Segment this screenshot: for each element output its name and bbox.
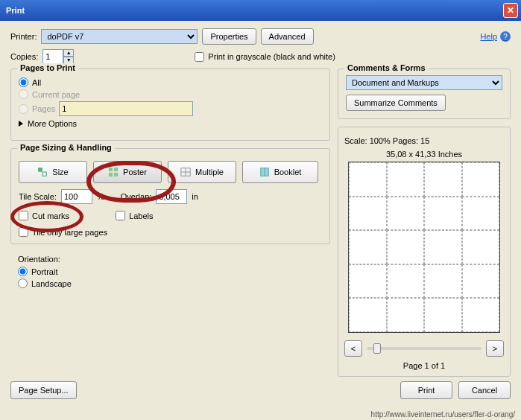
comments-forms-group: Comments & Forms Document and Markups Su… [338, 69, 511, 119]
summarize-button[interactable]: Summarize Comments [346, 95, 446, 111]
radio-pages: Pages [19, 101, 322, 116]
orientation-group: Orientation: Portrait Landscape [10, 252, 330, 293]
tile-large-check[interactable]: Tile only large pages [19, 227, 322, 237]
close-button[interactable]: ✕ [503, 3, 518, 18]
dimensions-text: 35,08 x 41,33 Inches [344, 150, 504, 159]
svg-rect-2 [109, 168, 113, 171]
unit-label: in [192, 192, 198, 201]
properties-button[interactable]: Properties [202, 28, 256, 45]
cf-select[interactable]: Document and Markups [346, 75, 502, 90]
prev-page-button[interactable]: < [344, 340, 362, 357]
preview-canvas [348, 162, 500, 333]
poster-icon [108, 167, 119, 177]
page-slider[interactable] [367, 347, 481, 350]
page-info: Page 1 of 1 [344, 361, 504, 370]
sizing-group: Page Sizing & Handling Size Poster Multi… [10, 148, 330, 244]
copies-stepper[interactable]: ▲▼ [42, 49, 74, 64]
multiple-icon [180, 167, 191, 177]
spin-up-icon[interactable]: ▲ [63, 49, 74, 57]
radio-all[interactable]: All [19, 77, 322, 87]
pct-label: % [97, 192, 104, 201]
poster-button[interactable]: Poster [93, 161, 162, 183]
help-link[interactable]: Help? [480, 31, 511, 42]
booklet-button[interactable]: Booklet [242, 161, 318, 183]
tile-scale-label: Tile Scale: [19, 192, 57, 201]
cutmarks-check[interactable]: Cut marks [19, 211, 69, 220]
radio-landscape[interactable]: Landscape [18, 279, 323, 288]
preview-panel: Scale: 100% Pages: 15 35,08 x 41,33 Inch… [338, 127, 511, 377]
radio-current: Current page [19, 89, 322, 99]
scale-pages-text: Scale: 100% Pages: 15 [344, 136, 504, 145]
printer-label: Printer: [10, 32, 37, 41]
grayscale-check[interactable]: Print in grayscale (black and white) [195, 52, 335, 62]
multiple-button[interactable]: Multiple [168, 161, 236, 183]
overlap-label: Overlap: [121, 192, 152, 201]
next-page-button[interactable]: > [486, 340, 504, 357]
expand-icon [19, 121, 23, 127]
svg-rect-3 [114, 168, 118, 171]
svg-rect-1 [42, 172, 46, 176]
watermark-text: http://www.liveinternet.ru/users/fler-d-… [371, 410, 515, 419]
titlebar: Print ✕ [0, 0, 521, 21]
size-icon [37, 167, 48, 177]
window-title: Print [6, 6, 25, 15]
labels-check[interactable]: Labels [116, 211, 153, 220]
orientation-title: Orientation: [18, 255, 323, 264]
svg-rect-5 [114, 173, 118, 176]
pages-to-print-group: Pages to Print All Current page Pages Mo… [10, 69, 330, 141]
overlap-input[interactable] [156, 189, 187, 204]
print-button[interactable]: Print [400, 381, 452, 399]
cf-title: Comments & Forms [344, 63, 429, 72]
booklet-icon [259, 167, 270, 177]
svg-rect-0 [39, 168, 42, 171]
size-button[interactable]: Size [19, 161, 87, 183]
page-setup-button[interactable]: Page Setup... [10, 381, 77, 399]
radio-portrait[interactable]: Portrait [18, 267, 323, 276]
copies-input[interactable] [42, 49, 63, 64]
more-options-toggle[interactable]: More Options [19, 119, 322, 128]
help-icon: ? [500, 31, 511, 42]
sizing-title: Page Sizing & Handling [17, 143, 115, 152]
cancel-button[interactable]: Cancel [458, 381, 511, 399]
printer-select[interactable]: doPDF v7 [41, 29, 198, 44]
pages-title: Pages to Print [17, 63, 78, 72]
advanced-button[interactable]: Advanced [261, 28, 314, 45]
svg-rect-4 [109, 173, 113, 176]
tile-scale-input[interactable] [61, 189, 92, 204]
pages-range-input[interactable] [59, 101, 193, 116]
copies-label: Copies: [10, 52, 38, 61]
